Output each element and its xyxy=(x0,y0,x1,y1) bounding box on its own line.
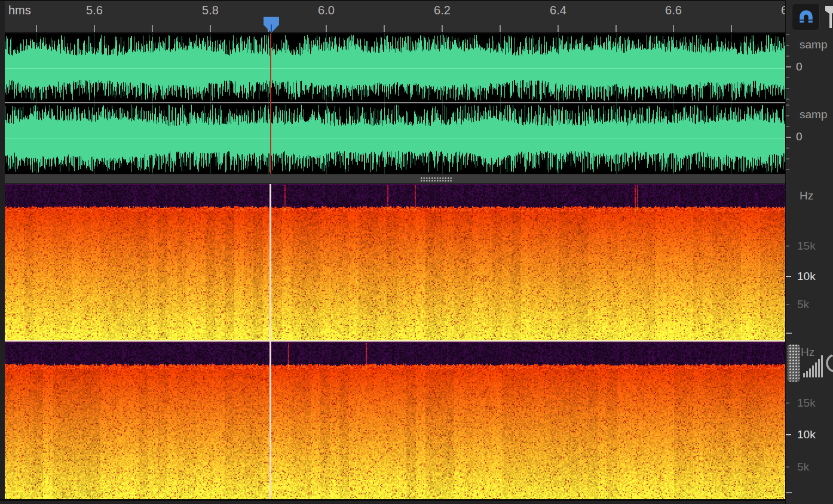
playhead-line-spectrogram-2 xyxy=(270,342,271,499)
playhead-line-spectrogram-1 xyxy=(270,184,271,340)
amplitude-zero-label-2: 0 xyxy=(796,130,803,143)
scale-tick xyxy=(786,115,789,116)
scale-tick xyxy=(786,402,789,404)
scale-tick xyxy=(786,169,789,170)
ruler-tick xyxy=(500,25,501,32)
waveform-channel-2[interactable] xyxy=(5,103,785,174)
scale-tick xyxy=(786,45,789,46)
scale-tick xyxy=(786,245,789,247)
scale-tick xyxy=(786,333,792,334)
ruler-tick xyxy=(442,25,443,32)
ruler-tick-label: 6.8 xyxy=(781,4,785,17)
spectrogram-channel-2[interactable] xyxy=(5,342,785,499)
frequency-tick-label: 10k xyxy=(797,270,816,283)
ruler-tick xyxy=(326,25,327,32)
bottom-strip xyxy=(0,501,833,504)
ruler-tick xyxy=(731,25,732,32)
splitter-grip-icon[interactable] xyxy=(420,177,452,182)
frequency-tick-label: 15k xyxy=(797,239,816,253)
clock-icon[interactable] xyxy=(823,351,833,375)
amplitude-unit-label-1: samp xyxy=(800,38,827,51)
left-border xyxy=(0,0,5,504)
marker-flag-icon[interactable] xyxy=(824,4,833,29)
amplitude-zero-tick xyxy=(786,137,791,138)
spectrogram-channel-1[interactable] xyxy=(5,184,785,340)
frequency-tick-label: 5k xyxy=(797,298,809,311)
frequency-bars-icon[interactable] xyxy=(803,355,823,378)
playhead-line-waveform xyxy=(270,33,271,174)
ruler-tick xyxy=(384,25,385,32)
ruler-tick-label: 6.4 xyxy=(550,4,566,17)
scale-tick xyxy=(786,466,789,468)
ruler-tick xyxy=(94,25,95,32)
drag-handle-icon[interactable] xyxy=(788,345,800,382)
ruler-tick-label: 6.2 xyxy=(434,4,451,17)
ruler-tick xyxy=(615,25,617,32)
scale-tick xyxy=(786,105,789,106)
frequency-tick-label: 10k xyxy=(797,428,816,441)
amplitude-zero-label-1: 0 xyxy=(796,60,803,73)
frequency-unit-label-1: Hz xyxy=(800,189,813,202)
scale-tick xyxy=(786,147,789,149)
scale-tick xyxy=(786,304,789,305)
waveform-channel-1[interactable] xyxy=(5,33,785,102)
audio-waveform-editor: hms 5.65.86.06.26.46.66.8 samp 0 samp 0 xyxy=(0,0,833,504)
time-unit-label: hms xyxy=(8,4,31,17)
scale-tick xyxy=(786,56,789,57)
scale-tick xyxy=(786,492,792,493)
scale-tick xyxy=(786,434,791,435)
scale-tick xyxy=(786,276,791,277)
ruler-tick-label: 6.6 xyxy=(665,4,682,17)
ruler-tick xyxy=(36,25,37,32)
ruler-tick-label: 6.0 xyxy=(318,4,335,17)
amplitude-unit-label-2: samp xyxy=(800,108,827,121)
frequency-tick-label: 15k xyxy=(797,397,816,410)
top-border xyxy=(0,0,833,1)
amplitude-zero-tick xyxy=(786,66,791,67)
view-splitter[interactable] xyxy=(5,174,785,184)
ruler-tick xyxy=(558,25,559,32)
ruler-tick xyxy=(152,25,153,32)
scale-tick xyxy=(786,99,789,100)
magnet-icon xyxy=(797,8,815,26)
scale-tick xyxy=(786,126,789,127)
snap-button[interactable] xyxy=(792,3,820,30)
scale-tick xyxy=(786,34,789,35)
ruler-tick-label: 5.6 xyxy=(86,4,103,17)
ruler-tick xyxy=(210,25,211,32)
channel-divider[interactable] xyxy=(5,102,785,103)
spectrogram-divider xyxy=(5,340,785,342)
scale-tick xyxy=(786,77,789,78)
ruler-tick-label: 5.8 xyxy=(202,4,219,17)
ruler-border xyxy=(5,32,785,33)
scale-tick xyxy=(786,158,789,159)
timeline-ruler[interactable]: hms 5.65.86.06.26.46.66.8 xyxy=(5,0,785,33)
ruler-tick xyxy=(673,25,674,32)
scale-tick xyxy=(786,88,789,89)
frequency-tick-label: 5k xyxy=(797,460,809,474)
playhead-marker-stem xyxy=(271,24,272,33)
